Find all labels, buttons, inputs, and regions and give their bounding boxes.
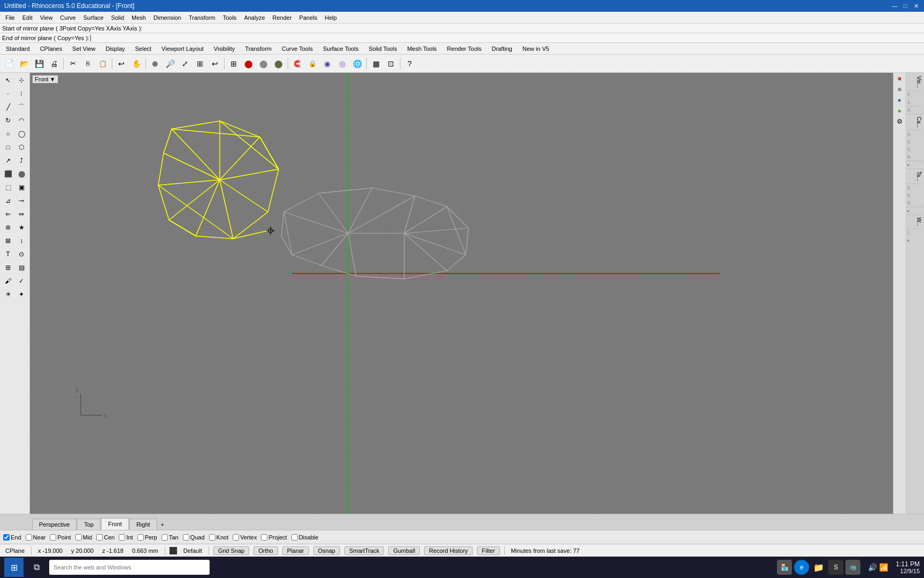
color-swatch[interactable]: [170, 547, 177, 554]
ortho-btn[interactable]: Ortho: [253, 546, 278, 555]
zoom-window-icon[interactable]: 🔎: [163, 57, 177, 71]
store-icon[interactable]: 🏪: [777, 560, 792, 575]
line-tool[interactable]: ╱: [2, 101, 14, 113]
toolbar-tab-display[interactable]: Display: [101, 44, 129, 54]
rect-tool[interactable]: □: [2, 141, 14, 154]
ellipse-tool[interactable]: ◯: [15, 127, 28, 140]
hatch-tool[interactable]: ▤: [15, 261, 28, 274]
edit-tool[interactable]: ⊿: [2, 194, 14, 207]
menu-item-view[interactable]: View: [37, 13, 56, 22]
osnap-checkbox-point[interactable]: [50, 534, 56, 541]
point-tool[interactable]: ·: [2, 87, 14, 100]
vp-tab-add[interactable]: +: [158, 519, 167, 530]
grid-tool[interactable]: ⊞: [2, 261, 14, 274]
spline-tool[interactable]: ⤴: [15, 154, 28, 167]
menu-item-curve[interactable]: Curve: [57, 13, 79, 22]
toolbar-tab-viewport-layout[interactable]: Viewport Layout: [157, 44, 209, 54]
help-icon[interactable]: ?: [403, 57, 417, 71]
maximize-button[interactable]: □: [902, 2, 909, 10]
gumball-btn[interactable]: Gumball: [388, 546, 420, 555]
torus-icon[interactable]: ◎: [335, 57, 349, 71]
cut-icon[interactable]: ✂: [66, 57, 80, 71]
panel-tab-world[interactable]: W...: [906, 215, 923, 229]
select-tool[interactable]: ↖: [2, 74, 14, 87]
menu-item-dimension[interactable]: Dimension: [150, 13, 184, 22]
paint-tool[interactable]: 🖌: [2, 275, 14, 287]
toolbar-tab-standard[interactable]: Standard: [1, 44, 35, 54]
menu-item-panels[interactable]: Panels: [296, 13, 321, 22]
menu-item-help[interactable]: Help: [321, 13, 340, 22]
render-tool[interactable]: ★: [15, 221, 28, 234]
toolbar-tab-render-tools[interactable]: Render Tools: [442, 44, 487, 54]
open-icon[interactable]: 📂: [17, 57, 31, 71]
network-icon[interactable]: 📶: [879, 563, 888, 572]
osnap-checkbox-project[interactable]: [261, 534, 267, 541]
trim-tool[interactable]: ⊸: [15, 194, 28, 207]
toolbar-tab-curve-tools[interactable]: Curve Tools: [277, 44, 318, 54]
arc-tool[interactable]: ◠: [15, 114, 28, 127]
toolbar-tab-cplanes[interactable]: CPlanes: [35, 44, 67, 54]
menu-item-analyze[interactable]: Analyze: [241, 13, 268, 22]
menu-item-transform[interactable]: Transform: [186, 13, 219, 22]
osnap-checkbox-near[interactable]: [26, 534, 32, 541]
patch-tool[interactable]: ▣: [15, 181, 28, 194]
panel-icon-4[interactable]: ●: [895, 106, 904, 116]
sphere-icon[interactable]: ◉: [320, 57, 334, 71]
surface-tool[interactable]: ⬚: [2, 181, 14, 194]
star-tool[interactable]: ✦: [15, 288, 28, 301]
snap-icon[interactable]: 🧲: [290, 57, 304, 71]
menu-item-render[interactable]: Render: [270, 13, 295, 22]
rotate-tool[interactable]: ↻: [2, 114, 14, 127]
vp-tab-front[interactable]: Front: [101, 518, 129, 530]
free-form-tool[interactable]: ↗: [2, 154, 14, 167]
toolbar-tab-solid-tools[interactable]: Solid Tools: [364, 44, 402, 54]
mesh-icon[interactable]: ▦: [369, 57, 383, 71]
print-icon[interactable]: 🖨: [47, 57, 61, 71]
curve-tool[interactable]: ⌒: [15, 101, 28, 113]
viewport[interactable]: x z Front ▼: [30, 73, 893, 514]
multi-point-tool[interactable]: ⁝: [15, 87, 28, 100]
select-tool-2[interactable]: ⊹: [15, 74, 28, 87]
panel-tab-table[interactable]: Ta...: [906, 169, 923, 184]
taskview-button[interactable]: ⧉: [28, 559, 45, 576]
shade-icon[interactable]: ⬤: [257, 57, 271, 71]
minimize-button[interactable]: —: [891, 2, 898, 10]
filter-btn[interactable]: Filter: [477, 546, 499, 555]
zoom-back-icon[interactable]: ↩: [208, 57, 222, 71]
toolbar-tab-transform[interactable]: Transform: [240, 44, 276, 54]
command-line-2[interactable]: End of mirror plane ( Copy=Yes ):: [0, 33, 924, 43]
close-button[interactable]: ✕: [912, 2, 920, 10]
viewport-dropdown-icon[interactable]: ▼: [50, 76, 56, 82]
toolbar-tab-visibility[interactable]: Visibility: [209, 44, 240, 54]
sun-tool[interactable]: ☀: [2, 288, 14, 301]
check-tool[interactable]: ✓: [15, 275, 28, 287]
menu-item-mesh[interactable]: Mesh: [128, 13, 149, 22]
smarttrack-btn[interactable]: SmartTrack: [344, 546, 384, 555]
sphere-solid-tool[interactable]: ⬤: [15, 168, 28, 180]
vp-tab-right[interactable]: Right: [129, 519, 157, 530]
zoom-extent-icon[interactable]: ⤢: [178, 57, 192, 71]
save-icon[interactable]: 💾: [32, 57, 46, 71]
box-tool[interactable]: ⬛: [2, 168, 14, 180]
rhino-icon[interactable]: 🦏: [845, 560, 860, 575]
planar-btn[interactable]: Planar: [282, 546, 309, 555]
osnap-checkbox-end[interactable]: [3, 534, 10, 541]
panel-tab-view[interactable]: Vie...: [906, 74, 923, 91]
panel-icon-2[interactable]: ■: [895, 85, 904, 94]
panel-icon-3[interactable]: ●: [895, 95, 904, 105]
menu-item-edit[interactable]: Edit: [19, 13, 36, 22]
toolbar-tab-drafting[interactable]: Drafting: [487, 44, 517, 54]
pan-icon[interactable]: ✋: [129, 57, 143, 71]
grid-snap-btn[interactable]: Grid Snap: [213, 546, 250, 555]
paste-icon[interactable]: 📋: [96, 57, 110, 71]
toolbar-tab-surface-tools[interactable]: Surface Tools: [318, 44, 363, 54]
globe-icon[interactable]: 🌐: [350, 57, 364, 71]
wireframe-icon[interactable]: ⬤: [242, 57, 256, 71]
vp-tab-top[interactable]: Top: [77, 519, 101, 530]
dot-tool[interactable]: ⊙: [15, 248, 28, 261]
menu-item-tools[interactable]: Tools: [220, 13, 240, 22]
osnap-checkbox-tan[interactable]: [161, 534, 168, 541]
toolbar-tab-mesh-tools[interactable]: Mesh Tools: [402, 44, 441, 54]
panel-tab-camera[interactable]: Ca...: [906, 115, 923, 131]
copy-icon[interactable]: ⎘: [81, 57, 95, 71]
